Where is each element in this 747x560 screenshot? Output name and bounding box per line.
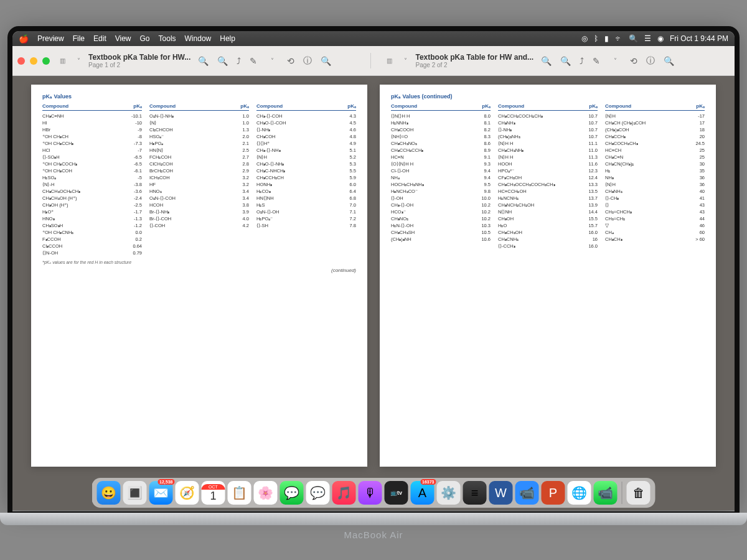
dock-calendar[interactable]: OCT1 xyxy=(202,481,225,505)
table-row: O₂N-⟨⟩-OH7.1 xyxy=(256,208,356,215)
chevron-down-icon[interactable]: ˅ xyxy=(72,55,85,67)
zoom-out-icon[interactable]: 🔍 xyxy=(541,56,552,66)
table-row: HCl-7 xyxy=(42,147,142,154)
highlight-icon[interactable]: ✎ xyxy=(250,56,257,66)
table-row: H₃NCH₂CO⁻9.8 xyxy=(391,188,491,195)
table-row: N⟨⟩NH14.4 xyxy=(498,208,598,215)
share-icon[interactable]: ⤴ xyxy=(237,56,241,66)
sidebar-icon[interactable]: ▥ xyxy=(383,55,396,67)
dock-finder[interactable]: 😀 xyxy=(97,481,121,505)
tools-menu[interactable]: Tools xyxy=(159,34,176,43)
view-menu[interactable]: View xyxy=(115,34,131,43)
page-2-header: pKₐ Values (continued) xyxy=(391,93,705,100)
column-header: CompoundpKₐ xyxy=(149,103,249,111)
dock-mail[interactable]: ✉️12,538 xyxy=(149,481,173,505)
markup-icon[interactable]: ⓘ xyxy=(646,55,655,67)
table-row: HNO₃-1.3 xyxy=(42,215,142,222)
dock-launchpad[interactable]: 🔳 xyxy=(123,481,147,505)
search-icon[interactable]: 🔍 xyxy=(664,56,674,66)
highlight-icon[interactable]: ✎ xyxy=(593,56,600,66)
file-menu[interactable]: File xyxy=(73,34,85,43)
markup-icon[interactable]: ⓘ xyxy=(303,55,312,67)
fullscreen-button[interactable] xyxy=(42,57,50,65)
table-row: H₂O15.7 xyxy=(498,222,598,229)
zoom-in-icon[interactable]: 🔍 xyxy=(217,56,228,66)
rotate-icon[interactable]: ⟲ xyxy=(630,56,637,66)
table-row: ⟨N⟩H5.2 xyxy=(256,154,356,161)
table-row: CH₃NO₂10.2 xyxy=(391,215,491,222)
share-icon[interactable]: ⤴ xyxy=(580,56,584,66)
dock-messages[interactable]: 💬 xyxy=(280,481,304,505)
dock-podcasts[interactable]: 🎙 xyxy=(359,481,382,505)
dock-zoom[interactable]: 📹 xyxy=(515,481,539,505)
table-row: CH₃CH₂OH (H⁺)-2.4 xyxy=(42,195,142,202)
laptop-base xyxy=(0,513,747,525)
dock-chrome[interactable]: 🌐 xyxy=(568,481,591,505)
control-center-icon[interactable]: ☰ xyxy=(644,34,651,43)
table-row: ⟨N⟩H36 xyxy=(605,181,705,188)
search-icon[interactable]: 🔍 xyxy=(321,56,331,66)
dock-messenger[interactable]: 💬 xyxy=(306,481,330,505)
app-menu[interactable]: Preview xyxy=(37,34,64,43)
table-row: CH₃C≡N25 xyxy=(605,154,705,161)
sidebar-icon[interactable]: ▥ xyxy=(56,55,68,67)
close-button[interactable] xyxy=(17,57,25,65)
dock-facetime[interactable]: 📹 xyxy=(594,481,618,505)
zoom-out-icon[interactable]: 🔍 xyxy=(198,56,209,66)
dock-appstore[interactable]: A16373 xyxy=(411,481,435,505)
search-icon[interactable]: 🔍 xyxy=(629,34,638,43)
table-row: HCO₃⁻10.2 xyxy=(391,208,491,215)
chevron-down-icon[interactable]: ˅ xyxy=(266,55,278,67)
table-row: HI-10 xyxy=(42,119,142,126)
table-row: ⁺OH CH₃COH-6.1 xyxy=(42,167,142,174)
help-menu[interactable]: Help xyxy=(220,34,235,43)
edit-menu[interactable]: Edit xyxy=(93,34,106,43)
wifi-icon[interactable]: ᯤ xyxy=(615,34,622,43)
minimize-button[interactable] xyxy=(30,57,37,65)
dock-spotify[interactable]: ≡ xyxy=(463,481,487,505)
dock-music[interactable]: 🎵 xyxy=(332,481,356,505)
dock-word[interactable]: W xyxy=(489,481,513,505)
rotate-icon[interactable]: ⟲ xyxy=(287,56,294,66)
table-row: CH₃O-⟨⟩-NH₃5.3 xyxy=(256,161,356,167)
document-title-2[interactable]: Textbook pKa Table for HW and... xyxy=(416,53,534,62)
document-title-1[interactable]: Textbook pKa Table for HW... xyxy=(88,53,190,62)
dock-powerpoint[interactable]: P xyxy=(542,481,565,505)
go-menu[interactable]: Go xyxy=(140,34,150,43)
dock-reminders[interactable]: 📋 xyxy=(228,481,251,505)
siri-icon[interactable]: ◉ xyxy=(657,34,664,43)
table-row: HSO₄⁻2.0 xyxy=(149,133,249,140)
table-row: ▽46 xyxy=(605,222,705,229)
chevron-down-icon[interactable]: ˅ xyxy=(609,55,621,67)
table-row: ⟨O⟩⟨N⟩H H9.3 xyxy=(391,161,491,167)
table-row: CH₃CH₂NO₂8.6 xyxy=(391,140,491,147)
table-row: NH₃36 xyxy=(605,174,705,181)
clock[interactable]: Fri Oct 1 9:44 PM xyxy=(670,34,728,43)
dock-photos[interactable]: 🌸 xyxy=(254,481,278,505)
airdrop-icon[interactable]: ◎ xyxy=(581,34,588,43)
table-row: CH₃CCH₂COCH₂CH₃10.7 xyxy=(498,113,598,119)
window-menu[interactable]: Window xyxy=(185,34,212,43)
battery-icon[interactable]: ▮ xyxy=(604,34,609,43)
zoom-in-icon[interactable]: 🔍 xyxy=(560,56,571,66)
bluetooth-icon[interactable]: ᛒ xyxy=(594,34,598,43)
table-row: ⟨⟩-NH₃4.6 xyxy=(256,126,356,133)
table-row: HNO₂3.4 xyxy=(149,188,249,195)
laptop-label: MacBook Air xyxy=(344,530,403,540)
table-row: CH₂=CHCH₃43 xyxy=(605,208,705,215)
dock-safari[interactable]: 🧭 xyxy=(176,481,199,505)
document-area: pKₐ Values CompoundpKₐCH₃C≡NH-10.1HI-10H… xyxy=(12,76,735,475)
dock-system-prefs[interactable]: ⚙️ xyxy=(437,481,461,505)
table-row: (CH₃)₃NH10.6 xyxy=(391,236,491,243)
chevron-down-icon[interactable]: ˅ xyxy=(400,55,412,67)
table-row: HONH₃6.0 xyxy=(256,181,356,188)
table-row: ⟨⟩-CH₃41 xyxy=(605,195,705,202)
dock-tv[interactable]: 📺tv xyxy=(385,481,408,505)
table-row: CH₃OH (H⁺)-2.5 xyxy=(42,202,142,208)
table-row: ⁺OH CH₃CNH₂0.0 xyxy=(42,229,142,236)
dock-trash[interactable]: 🗑 xyxy=(627,481,651,505)
apple-menu-icon[interactable]: 🍎 xyxy=(19,34,29,44)
table-row: CH₃-⟨⟩-NH₃5.1 xyxy=(256,147,356,154)
table-row: CH₃COH4.8 xyxy=(256,133,356,140)
column-header: CompoundpKₐ xyxy=(605,103,705,111)
